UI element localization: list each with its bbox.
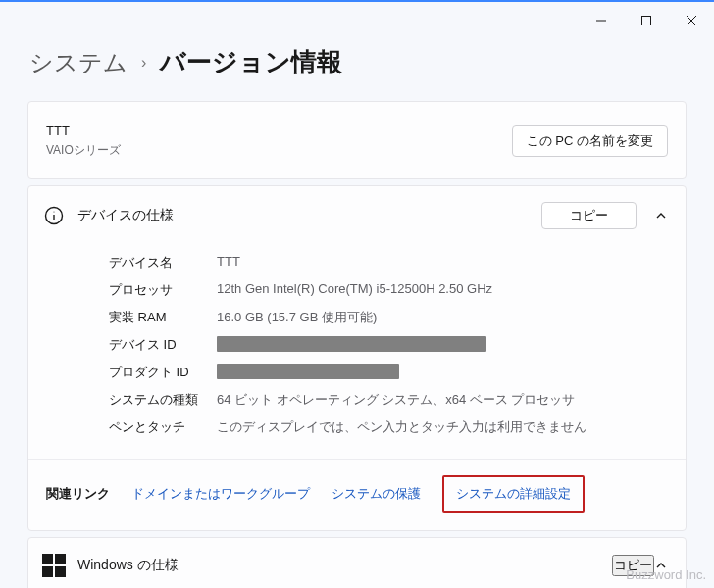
spec-value: このディスプレイでは、ペン入力とタッチ入力は利用できません [217,418,586,436]
svg-point-3 [54,212,55,213]
spec-label: プロダクト ID [109,364,217,381]
device-spec-copy-button[interactable]: コピー [541,202,637,229]
breadcrumb: システム › バージョン情報 [29,45,687,79]
spec-label: システムの種類 [109,391,217,409]
device-name-value: TTT [46,123,121,138]
watermark: Buzzword Inc. [626,567,706,582]
spec-value-redacted [217,336,486,354]
spec-label: 実装 RAM [109,309,217,326]
device-spec-table: デバイス名 TTT プロセッサ 12th Gen Intel(R) Core(T… [28,245,686,455]
chevron-right-icon: › [141,54,146,72]
spec-row-device-id: デバイス ID [109,331,668,359]
related-link-domain-workgroup[interactable]: ドメインまたはワークグループ [131,485,310,503]
related-link-advanced-settings[interactable]: システムの詳細設定 [442,475,585,513]
spec-value-redacted [217,364,399,381]
spec-row-system-type: システムの種類 64 ビット オペレーティング システム、x64 ベース プロセ… [109,386,668,414]
spec-value: 64 ビット オペレーティング システム、x64 ベース プロセッサ [217,391,575,409]
svg-rect-0 [642,17,651,25]
spec-value: 16.0 GB (15.7 GB 使用可能) [217,309,377,326]
spec-row-pen-touch: ペンとタッチ このディスプレイでは、ペン入力とタッチ入力は利用できません [109,414,668,441]
chevron-up-icon[interactable] [654,209,668,222]
page-title: バージョン情報 [160,45,342,79]
related-link-system-protection[interactable]: システムの保護 [332,485,421,503]
spec-label: ペンとタッチ [109,418,217,436]
spec-row-ram: 実装 RAM 16.0 GB (15.7 GB 使用可能) [109,304,668,331]
spec-row-device-name: デバイス名 TTT [109,249,668,276]
spec-row-product-id: プロダクト ID [109,359,668,386]
breadcrumb-parent[interactable]: システム [29,47,128,78]
window-minimize-button[interactable] [579,6,624,35]
device-spec-header[interactable]: デバイスの仕様 コピー [28,186,686,245]
window-maximize-button[interactable] [624,6,669,35]
device-spec-title: デバイスの仕様 [77,207,174,224]
spec-row-processor: プロセッサ 12th Gen Intel(R) Core(TM) i5-1250… [109,276,668,304]
windows-logo-icon [42,554,66,577]
spec-label: デバイス ID [109,336,217,354]
rename-pc-button[interactable]: この PC の名前を変更 [512,125,668,157]
related-links-label: 関連リンク [46,485,110,503]
device-name-card: TTT VAIOシリーズ この PC の名前を変更 [27,101,687,179]
device-model-value: VAIOシリーズ [46,142,121,159]
page-content: システム › バージョン情報 TTT VAIOシリーズ この PC の名前を変更… [0,45,714,588]
window-close-button[interactable] [669,6,714,35]
info-icon [42,204,66,227]
spec-value: TTT [217,254,240,271]
windows-spec-card: Windows の仕様 コピー エディション Windows 11 Home [27,537,687,588]
related-links-row: 関連リンク ドメインまたはワークグループ システムの保護 システムの詳細設定 [28,460,686,530]
spec-value: 12th Gen Intel(R) Core(TM) i5-12500H 2.5… [217,281,492,299]
windows-spec-title: Windows の仕様 [77,557,178,574]
device-spec-card: デバイスの仕様 コピー デバイス名 TTT プロセッサ 12th Gen Int… [27,185,687,531]
window-titlebar [0,2,714,35]
spec-label: デバイス名 [109,254,217,271]
windows-spec-header[interactable]: Windows の仕様 コピー [28,538,686,588]
spec-label: プロセッサ [109,281,217,299]
